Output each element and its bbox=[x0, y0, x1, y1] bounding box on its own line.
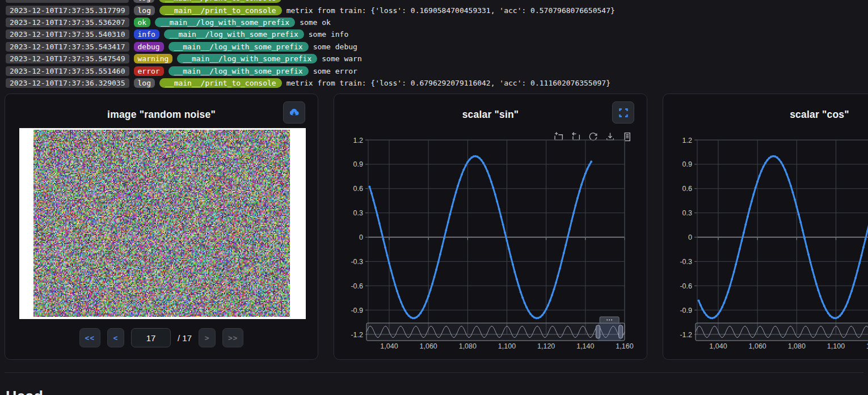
datazoom-handle[interactable] bbox=[596, 325, 600, 338]
svg-text:-0.3: -0.3 bbox=[351, 258, 363, 266]
console-log: log__main__/print_to_console2023-12-10T1… bbox=[0, 0, 868, 89]
svg-text:0: 0 bbox=[359, 233, 363, 241]
log-timestamp: 2023-12-10T17:37:35.536207 bbox=[6, 18, 129, 27]
log-message: some info bbox=[309, 30, 348, 39]
svg-text:1,140: 1,140 bbox=[576, 342, 594, 350]
cloud-download-icon bbox=[288, 107, 300, 118]
log-level-badge: ok bbox=[134, 18, 151, 27]
log-logger-badge: __main__/log_with_some_prefix bbox=[155, 18, 295, 27]
log-level-badge: log bbox=[134, 78, 155, 88]
svg-text:1,060: 1,060 bbox=[420, 342, 437, 350]
svg-text:-0.9: -0.9 bbox=[680, 307, 692, 315]
log-row: 2023-12-10T17:37:35.543417debug__main__/… bbox=[0, 41, 868, 53]
log-timestamp: 2023-12-10T17:37:35.543417 bbox=[6, 42, 129, 52]
log-logger-badge: __main__/log_with_some_prefix bbox=[168, 66, 309, 76]
log-logger-badge: __main__/log_with_some_prefix bbox=[164, 29, 304, 39]
log-timestamp: 2023-12-10T17:37:35.551460 bbox=[6, 66, 129, 76]
log-level-badge: log bbox=[133, 0, 154, 3]
svg-text:-1.2: -1.2 bbox=[351, 331, 363, 339]
log-row: 2023-12-10T17:37:35.540310info__main__/l… bbox=[0, 28, 868, 40]
svg-text:1,160: 1,160 bbox=[616, 342, 633, 350]
first-page-button[interactable]: << bbox=[79, 328, 100, 347]
log-message: some warn bbox=[322, 54, 361, 63]
log-level-badge: warning bbox=[134, 54, 173, 63]
log-message: some ok bbox=[300, 18, 331, 27]
log-logger-badge: __main__/print_to_console bbox=[159, 6, 282, 15]
svg-text:1,080: 1,080 bbox=[788, 342, 806, 350]
log-timestamp bbox=[6, 0, 129, 3]
svg-text:-0.6: -0.6 bbox=[351, 282, 363, 290]
next-page-button[interactable]: > bbox=[199, 328, 216, 347]
log-message: some error bbox=[313, 67, 357, 75]
svg-text:0.9: 0.9 bbox=[682, 160, 692, 168]
svg-text:1.2: 1.2 bbox=[682, 137, 692, 145]
log-row: log__main__/print_to_console bbox=[0, 0, 868, 4]
log-timestamp: 2023-12-10T17:37:35.540310 bbox=[6, 29, 129, 39]
log-timestamp: 2023-12-10T17:37:35.547549 bbox=[6, 54, 129, 63]
log-level-badge: info bbox=[134, 29, 159, 39]
svg-text:0.9: 0.9 bbox=[353, 160, 363, 168]
log-row: 2023-12-10T17:37:35.536207ok__main__/log… bbox=[0, 16, 868, 28]
log-row: 2023-12-10T17:37:36.329035log__main__/pr… bbox=[0, 77, 868, 89]
next-section-heading: Head bbox=[6, 388, 43, 395]
datazoom-handle[interactable] bbox=[619, 325, 623, 338]
log-timestamp: 2023-12-10T17:37:36.329035 bbox=[6, 78, 129, 88]
log-message: some debug bbox=[313, 43, 357, 51]
log-logger-badge: __main__/log_with_some_prefix bbox=[177, 54, 317, 63]
log-logger-badge: __main__/print_to_console bbox=[159, 78, 282, 88]
log-level-badge: error bbox=[134, 66, 164, 76]
svg-text:0.6: 0.6 bbox=[682, 185, 692, 193]
svg-text:1,040: 1,040 bbox=[709, 342, 727, 350]
image-frame bbox=[19, 128, 306, 319]
scalar-sin-card: scalar "sin" 1.20.90.60.30-0.3-0.6-0.9-1… bbox=[334, 94, 647, 360]
svg-text:1,040: 1,040 bbox=[380, 342, 398, 350]
svg-text:-0.3: -0.3 bbox=[680, 258, 692, 266]
log-row: 2023-12-10T17:37:35.317799log__main__/pr… bbox=[0, 4, 868, 16]
page-number-input[interactable] bbox=[131, 328, 171, 347]
svg-text:-1.2: -1.2 bbox=[680, 331, 692, 339]
random-noise-image bbox=[33, 130, 290, 317]
svg-text:1,100: 1,100 bbox=[498, 342, 516, 350]
image-card: image "random noise" << < / 17 > >> bbox=[5, 94, 318, 360]
svg-text:0: 0 bbox=[688, 233, 692, 241]
log-logger-badge: __main__/log_with_some_prefix bbox=[168, 42, 309, 52]
page-total-label: / 17 bbox=[178, 333, 192, 343]
svg-text:1.2: 1.2 bbox=[353, 137, 363, 145]
svg-text:1,080: 1,080 bbox=[459, 342, 477, 350]
image-pagination: << < / 17 > >> bbox=[5, 328, 318, 347]
last-page-button[interactable]: >> bbox=[222, 328, 243, 347]
svg-text:0.6: 0.6 bbox=[353, 185, 363, 193]
image-card-title: image "random noise" bbox=[5, 109, 318, 121]
cos-chart-canvas[interactable]: 1.20.90.60.30-0.3-0.6-0.9-1.21,0401,0601… bbox=[663, 94, 868, 360]
log-level-badge: log bbox=[134, 6, 155, 15]
log-logger-badge: __main__/print_to_console bbox=[159, 0, 281, 3]
svg-text:0.3: 0.3 bbox=[682, 209, 692, 217]
svg-text:-0.6: -0.6 bbox=[680, 282, 692, 290]
svg-text:0.3: 0.3 bbox=[353, 209, 363, 217]
sin-chart-canvas[interactable]: 1.20.90.60.30-0.3-0.6-0.9-1.21,0401,0601… bbox=[334, 94, 648, 360]
prev-page-button[interactable]: < bbox=[107, 328, 124, 347]
log-timestamp: 2023-12-10T17:37:35.317799 bbox=[6, 6, 129, 15]
scalar-cos-card: scalar "cos" 1.20.90.60.30-0.3-0.6-0.9-1… bbox=[663, 94, 868, 360]
section-divider bbox=[5, 372, 863, 373]
log-level-badge: debug bbox=[134, 42, 164, 52]
svg-text:1,100: 1,100 bbox=[827, 342, 845, 350]
svg-text:1,060: 1,060 bbox=[749, 342, 766, 350]
image-download-button[interactable] bbox=[283, 101, 305, 124]
log-row: 2023-12-10T17:37:35.551460error__main__/… bbox=[0, 65, 868, 77]
svg-text:-0.9: -0.9 bbox=[351, 307, 363, 315]
svg-text:1,120: 1,120 bbox=[537, 342, 555, 350]
log-message: metrix from train: {'loss': 0.1690584700… bbox=[286, 6, 615, 15]
log-message: metrix from train: {'loss': 0.6796292079… bbox=[286, 79, 610, 87]
log-row: 2023-12-10T17:37:35.547549warning__main_… bbox=[0, 53, 868, 65]
